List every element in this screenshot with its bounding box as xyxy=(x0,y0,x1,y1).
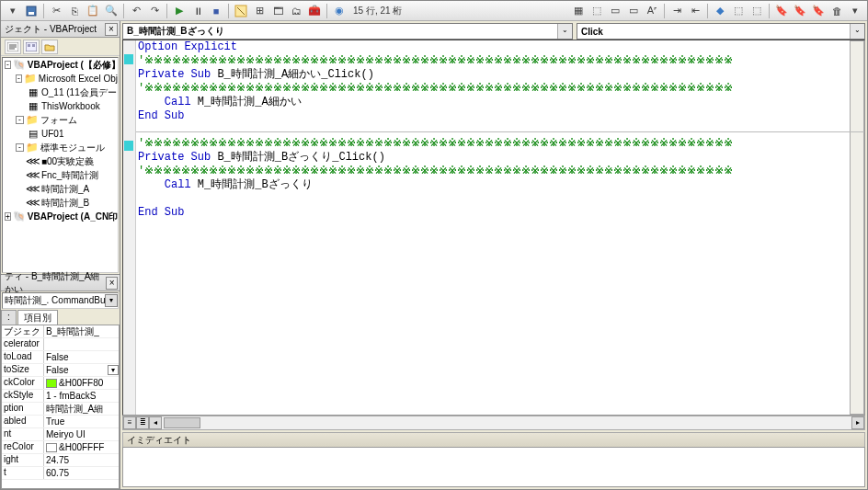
toolbox-icon[interactable]: 🧰 xyxy=(306,3,323,19)
code-text[interactable]: Option Explicit '※※※※※※※※※※※※※※※※※※※※※※※… xyxy=(136,40,850,415)
project-tree: -🐚VBAProject (【必修】 -📁Microsoft Excel Obj… xyxy=(2,57,119,273)
toolbar-btn[interactable]: ▭ xyxy=(625,3,642,19)
property-value[interactable]: False▾ xyxy=(44,364,119,376)
property-row[interactable]: reColor&H00FFFF xyxy=(2,441,119,454)
view-full-module-icon[interactable]: ≣ xyxy=(136,416,149,429)
toolbar-btn[interactable]: ▾ xyxy=(847,3,863,19)
scroll-left-icon[interactable]: ◂ xyxy=(149,416,162,429)
tab-categorized[interactable]: 項目別 xyxy=(17,310,58,325)
redo-icon[interactable]: ↷ xyxy=(146,3,163,19)
indent-icon[interactable]: ⇥ xyxy=(668,3,685,19)
property-row[interactable]: t60.75 xyxy=(2,467,119,480)
property-value[interactable]: B_時間計測_ xyxy=(44,325,119,337)
property-value[interactable]: 60.75 xyxy=(44,467,119,479)
object-browser-icon[interactable]: 🗂 xyxy=(288,3,304,19)
help-icon[interactable]: ◉ xyxy=(331,3,348,19)
module-icon: ⋘ xyxy=(27,156,40,167)
tree-folder[interactable]: -📁標準モジュール xyxy=(3,141,118,154)
property-row[interactable]: ight24.75 xyxy=(2,454,119,467)
paste-icon[interactable]: 📋 xyxy=(85,3,101,19)
property-row[interactable]: ption時間計測_A細 xyxy=(2,403,119,416)
tree-item[interactable]: ▤UF01 xyxy=(3,127,118,141)
close-icon[interactable]: × xyxy=(106,277,118,290)
toolbar-btn[interactable]: 🔖 xyxy=(773,3,790,19)
cursor-position: 15 行, 21 桁 xyxy=(349,5,405,17)
run-icon[interactable]: ▶ xyxy=(171,3,188,19)
property-value[interactable] xyxy=(44,338,119,350)
tree-item[interactable]: ⋘時間計測_B xyxy=(3,196,118,210)
property-value[interactable]: True xyxy=(44,416,119,427)
property-row[interactable]: toSizeFalse▾ xyxy=(2,364,119,377)
cut-icon[interactable]: ✂ xyxy=(48,3,64,19)
property-value[interactable]: False xyxy=(44,351,119,363)
chevron-down-icon[interactable]: ▾ xyxy=(105,294,118,307)
toolbar-btn[interactable]: ⬚ xyxy=(748,3,765,19)
tree-folder[interactable]: -📁フォーム xyxy=(3,113,118,127)
scroll-thumb[interactable] xyxy=(164,417,200,428)
undo-icon[interactable]: ↶ xyxy=(128,3,144,19)
project-explorer-icon[interactable]: ⊞ xyxy=(251,3,268,19)
stop-icon[interactable]: ■ xyxy=(208,3,224,19)
tree-item[interactable]: ⋘Fnc_時間計測 xyxy=(3,168,118,182)
toolbar-btn[interactable]: 🔖 xyxy=(810,3,827,19)
tree-item[interactable]: ▦O_11 (11会員デー xyxy=(3,85,118,99)
property-value[interactable]: &H00FFFF xyxy=(44,441,119,453)
view-object-icon[interactable] xyxy=(23,40,40,54)
property-value[interactable]: &H00FF80 xyxy=(44,377,119,389)
view-code-icon[interactable] xyxy=(5,40,21,54)
property-row[interactable]: ntMeiryo UI xyxy=(2,428,119,441)
vba-project-icon: 🐚 xyxy=(13,60,26,71)
vertical-scrollbar[interactable] xyxy=(850,40,864,415)
property-row[interactable]: toLoadFalse xyxy=(2,351,119,364)
object-dropdown[interactable]: B_時間計測_Bざっくり ⌄ xyxy=(122,23,573,40)
view-procedure-icon[interactable]: ≡ xyxy=(123,416,136,429)
properties-object-selector[interactable]: 時間計測_. CommandBut ▾ xyxy=(2,292,119,309)
property-value[interactable]: Meiryo UI xyxy=(44,428,119,440)
toolbar-btn[interactable]: ▾ xyxy=(5,3,21,19)
procedure-dropdown[interactable]: Click ⌄ xyxy=(577,23,865,40)
property-value[interactable]: 1 - fmBackS xyxy=(44,390,119,402)
property-key: celerator xyxy=(2,338,44,350)
tab-alphabetic[interactable]: : xyxy=(1,310,17,325)
property-row[interactable]: abledTrue xyxy=(2,416,119,428)
property-row[interactable]: celerator xyxy=(2,338,119,351)
toolbar-btn[interactable]: 🔖 xyxy=(792,3,808,19)
toolbar-btn[interactable]: ▭ xyxy=(607,3,623,19)
tree-item[interactable]: ⋘時間計測_A xyxy=(3,182,118,196)
scroll-right-icon[interactable]: ▸ xyxy=(851,416,864,429)
toolbar-btn[interactable]: ▦ xyxy=(570,3,587,19)
svg-rect-7 xyxy=(26,42,37,51)
pause-icon[interactable]: ⏸ xyxy=(189,3,206,19)
toolbar-btn[interactable]: ⬚ xyxy=(730,3,747,19)
chevron-down-icon[interactable]: ▾ xyxy=(108,365,119,375)
property-row[interactable]: ブジェクト名)B_時間計測_ xyxy=(2,325,119,338)
chevron-down-icon[interactable]: ⌄ xyxy=(850,24,864,39)
design-mode-icon[interactable] xyxy=(233,3,249,19)
property-value[interactable]: 時間計測_A細 xyxy=(44,403,119,415)
tree-project-root[interactable]: +🐚VBAProject (A_CN印 xyxy=(3,210,118,223)
chevron-down-icon[interactable]: ⌄ xyxy=(557,24,572,39)
properties-icon[interactable]: 🗔 xyxy=(269,3,286,19)
property-value[interactable]: 24.75 xyxy=(44,454,119,466)
tree-item[interactable]: ▦ThisWorkbook xyxy=(3,99,118,113)
folder-toggle-icon[interactable] xyxy=(41,40,58,54)
horizontal-scrollbar[interactable]: ≡ ≣ ◂ ▸ xyxy=(122,416,865,430)
find-icon[interactable]: 🔍 xyxy=(103,3,120,19)
copy-icon[interactable]: ⎘ xyxy=(66,3,83,19)
property-key: reColor xyxy=(2,441,44,453)
outdent-icon[interactable]: ⇤ xyxy=(687,3,703,19)
toolbar-btn[interactable]: Aʳ xyxy=(644,3,660,19)
tree-item[interactable]: ⋘■00実験定義 xyxy=(3,154,118,168)
close-icon[interactable]: × xyxy=(105,23,118,36)
toolbar-btn[interactable]: ⬚ xyxy=(588,3,605,19)
code-editor[interactable]: Option Explicit '※※※※※※※※※※※※※※※※※※※※※※※… xyxy=(122,40,865,416)
bookmark-icon[interactable]: ◆ xyxy=(712,3,728,19)
svg-rect-8 xyxy=(28,44,30,47)
property-row[interactable]: ckStyle1 - fmBackS xyxy=(2,390,119,403)
immediate-input[interactable] xyxy=(122,447,865,487)
tree-project-root[interactable]: -🐚VBAProject (【必修】 xyxy=(3,58,118,72)
property-row[interactable]: ckColor&H00FF80 xyxy=(2,377,119,390)
tree-folder[interactable]: -📁Microsoft Excel Obje xyxy=(3,72,118,85)
toolbar-btn[interactable]: 🗑 xyxy=(828,3,845,19)
save-icon[interactable] xyxy=(23,3,40,19)
